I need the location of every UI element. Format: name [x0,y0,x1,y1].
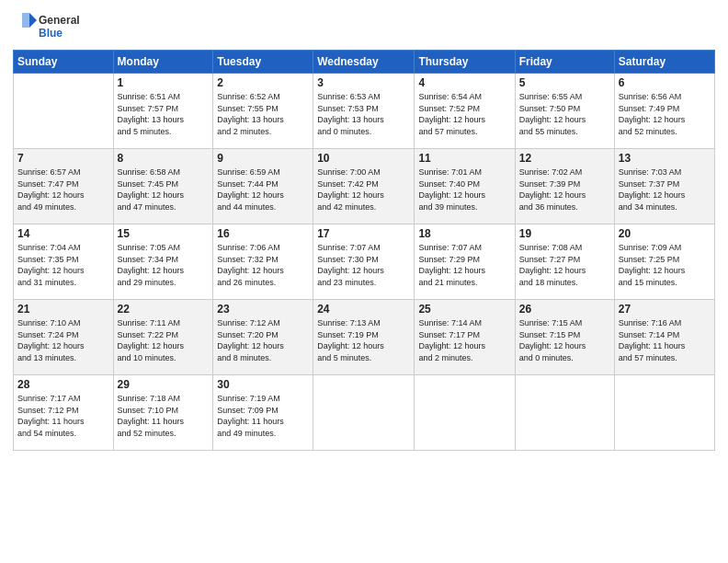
cell-info: Sunrise: 6:53 AM Sunset: 7:53 PM Dayligh… [317,91,410,137]
day-number: 25 [418,303,510,316]
calendar-cell: 2Sunrise: 6:52 AM Sunset: 7:55 PM Daylig… [213,74,313,149]
weekday-header: Saturday [614,51,714,74]
cell-info: Sunrise: 6:57 AM Sunset: 7:47 PM Dayligh… [17,167,109,213]
day-number: 18 [418,227,510,240]
day-number: 30 [217,378,309,391]
calendar-week-row: 21Sunrise: 7:10 AM Sunset: 7:24 PM Dayli… [14,300,715,375]
day-number: 15 [118,227,210,240]
page-header: General Blue [13,9,715,42]
day-number: 9 [217,152,309,165]
day-number: 7 [17,152,109,165]
calendar-cell: 8Sunrise: 6:58 AM Sunset: 7:45 PM Daylig… [113,149,213,224]
cell-info: Sunrise: 7:13 AM Sunset: 7:19 PM Dayligh… [317,317,410,363]
svg-text:Blue: Blue [39,27,63,40]
day-number: 1 [118,76,210,89]
calendar-table: SundayMondayTuesdayWednesdayThursdayFrid… [13,50,715,451]
day-number: 17 [317,227,410,240]
svg-marker-3 [22,13,29,28]
calendar-cell: 6Sunrise: 6:56 AM Sunset: 7:49 PM Daylig… [614,74,714,149]
calendar-week-row: 28Sunrise: 7:17 AM Sunset: 7:12 PM Dayli… [14,375,715,451]
calendar-cell: 19Sunrise: 7:08 AM Sunset: 7:27 PM Dayli… [515,224,614,300]
cell-info: Sunrise: 7:18 AM Sunset: 7:10 PM Dayligh… [118,393,210,439]
cell-info: Sunrise: 7:07 AM Sunset: 7:29 PM Dayligh… [418,242,510,288]
cell-info: Sunrise: 7:17 AM Sunset: 7:12 PM Dayligh… [17,393,109,439]
day-number: 21 [17,303,109,316]
cell-info: Sunrise: 7:00 AM Sunset: 7:42 PM Dayligh… [317,167,410,213]
cell-info: Sunrise: 7:07 AM Sunset: 7:30 PM Dayligh… [317,242,410,288]
calendar-cell: 29Sunrise: 7:18 AM Sunset: 7:10 PM Dayli… [113,375,213,451]
calendar-cell [614,375,714,451]
svg-text:General: General [39,14,80,27]
calendar-cell: 12Sunrise: 7:02 AM Sunset: 7:39 PM Dayli… [515,149,614,224]
day-number: 8 [118,152,210,165]
cell-info: Sunrise: 6:55 AM Sunset: 7:50 PM Dayligh… [519,91,610,137]
weekday-header: Tuesday [213,51,313,74]
day-number: 27 [619,303,711,316]
weekday-header: Monday [113,51,213,74]
day-number: 12 [519,152,610,165]
cell-info: Sunrise: 7:04 AM Sunset: 7:35 PM Dayligh… [17,242,109,288]
calendar-cell: 17Sunrise: 7:07 AM Sunset: 7:30 PM Dayli… [313,224,415,300]
calendar-cell: 9Sunrise: 6:59 AM Sunset: 7:44 PM Daylig… [213,149,313,224]
calendar-week-row: 1Sunrise: 6:51 AM Sunset: 7:57 PM Daylig… [14,74,715,149]
calendar-cell: 7Sunrise: 6:57 AM Sunset: 7:47 PM Daylig… [14,149,114,224]
day-number: 6 [619,76,711,89]
cell-info: Sunrise: 7:16 AM Sunset: 7:14 PM Dayligh… [619,317,711,363]
day-number: 19 [519,227,610,240]
calendar-week-row: 14Sunrise: 7:04 AM Sunset: 7:35 PM Dayli… [14,224,715,300]
calendar-cell: 26Sunrise: 7:15 AM Sunset: 7:15 PM Dayli… [515,300,614,375]
calendar-cell: 30Sunrise: 7:19 AM Sunset: 7:09 PM Dayli… [213,375,313,451]
day-number: 5 [519,76,610,89]
day-number: 4 [418,76,510,89]
calendar-cell: 4Sunrise: 6:54 AM Sunset: 7:52 PM Daylig… [415,74,515,149]
svg-marker-2 [29,13,37,28]
cell-info: Sunrise: 7:09 AM Sunset: 7:25 PM Dayligh… [619,242,711,288]
calendar-cell [415,375,515,451]
calendar-cell: 1Sunrise: 6:51 AM Sunset: 7:57 PM Daylig… [113,74,213,149]
cell-info: Sunrise: 7:01 AM Sunset: 7:40 PM Dayligh… [418,167,510,213]
calendar-cell: 18Sunrise: 7:07 AM Sunset: 7:29 PM Dayli… [415,224,515,300]
calendar-cell: 23Sunrise: 7:12 AM Sunset: 7:20 PM Dayli… [213,300,313,375]
calendar-cell [313,375,415,451]
calendar-header-row: SundayMondayTuesdayWednesdayThursdayFrid… [14,51,715,74]
cell-info: Sunrise: 7:08 AM Sunset: 7:27 PM Dayligh… [519,242,610,288]
day-number: 13 [619,152,711,165]
day-number: 28 [17,378,109,391]
calendar-cell [14,74,114,149]
calendar-cell: 21Sunrise: 7:10 AM Sunset: 7:24 PM Dayli… [14,300,114,375]
cell-info: Sunrise: 7:02 AM Sunset: 7:39 PM Dayligh… [519,167,610,213]
day-number: 14 [17,227,109,240]
calendar-cell: 10Sunrise: 7:00 AM Sunset: 7:42 PM Dayli… [313,149,415,224]
cell-info: Sunrise: 7:15 AM Sunset: 7:15 PM Dayligh… [519,317,610,363]
day-number: 16 [217,227,309,240]
logo-svg: General Blue [13,9,96,42]
cell-info: Sunrise: 6:58 AM Sunset: 7:45 PM Dayligh… [118,167,210,213]
cell-info: Sunrise: 7:12 AM Sunset: 7:20 PM Dayligh… [217,317,309,363]
weekday-header: Friday [515,51,614,74]
cell-info: Sunrise: 7:05 AM Sunset: 7:34 PM Dayligh… [118,242,210,288]
calendar-cell: 25Sunrise: 7:14 AM Sunset: 7:17 PM Dayli… [415,300,515,375]
calendar-cell: 16Sunrise: 7:06 AM Sunset: 7:32 PM Dayli… [213,224,313,300]
cell-info: Sunrise: 6:52 AM Sunset: 7:55 PM Dayligh… [217,91,309,137]
weekday-header: Wednesday [313,51,415,74]
cell-info: Sunrise: 6:54 AM Sunset: 7:52 PM Dayligh… [418,91,510,137]
cell-info: Sunrise: 7:11 AM Sunset: 7:22 PM Dayligh… [118,317,210,363]
calendar-week-row: 7Sunrise: 6:57 AM Sunset: 7:47 PM Daylig… [14,149,715,224]
day-number: 23 [217,303,309,316]
weekday-header: Thursday [415,51,515,74]
cell-info: Sunrise: 7:19 AM Sunset: 7:09 PM Dayligh… [217,393,309,439]
cell-info: Sunrise: 6:51 AM Sunset: 7:57 PM Dayligh… [118,91,210,137]
calendar-cell: 20Sunrise: 7:09 AM Sunset: 7:25 PM Dayli… [614,224,714,300]
calendar-cell: 3Sunrise: 6:53 AM Sunset: 7:53 PM Daylig… [313,74,415,149]
day-number: 10 [317,152,410,165]
cell-info: Sunrise: 7:06 AM Sunset: 7:32 PM Dayligh… [217,242,309,288]
cell-info: Sunrise: 7:10 AM Sunset: 7:24 PM Dayligh… [17,317,109,363]
calendar-cell: 11Sunrise: 7:01 AM Sunset: 7:40 PM Dayli… [415,149,515,224]
day-number: 11 [418,152,510,165]
cell-info: Sunrise: 6:56 AM Sunset: 7:49 PM Dayligh… [619,91,711,137]
cell-info: Sunrise: 7:14 AM Sunset: 7:17 PM Dayligh… [418,317,510,363]
weekday-header: Sunday [14,51,114,74]
logo: General Blue [13,9,96,42]
calendar-cell: 13Sunrise: 7:03 AM Sunset: 7:37 PM Dayli… [614,149,714,224]
day-number: 24 [317,303,410,316]
